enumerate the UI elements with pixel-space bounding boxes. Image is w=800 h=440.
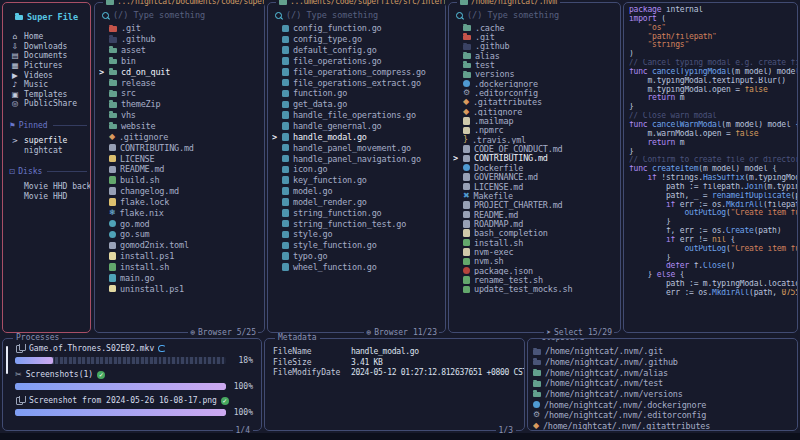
file-row[interactable]: file_operations.go xyxy=(272,56,442,67)
process-item[interactable]: Game.of.Thrones.S02E02.mkv18% xyxy=(15,344,253,365)
file-row[interactable]: >cd_on_quit xyxy=(99,66,261,77)
file-row[interactable]: function.go xyxy=(272,88,442,99)
file-row[interactable]: get_data.go xyxy=(272,99,442,110)
file-row[interactable]: .dockerignore xyxy=(453,79,617,88)
file-row[interactable]: wheel_function.go xyxy=(272,262,442,273)
file-row[interactable]: update_test_mocks.sh xyxy=(453,285,617,294)
file-row[interactable]: PROJECT_CHARTER.md xyxy=(453,201,617,210)
sidebar-item-documents[interactable]: ▤Documents xyxy=(3,51,90,61)
disk-item[interactable]: Movie HHD xyxy=(3,192,90,202)
file-row[interactable]: nvm-exec xyxy=(453,247,617,256)
file-row[interactable]: build.sh xyxy=(99,175,261,186)
file-row[interactable]: package.json xyxy=(453,266,617,275)
file-row[interactable]: src xyxy=(99,88,261,99)
file-row[interactable]: main.go xyxy=(99,272,261,283)
file-row[interactable]: .github xyxy=(99,34,261,45)
file-row[interactable]: }.travis.yml xyxy=(453,135,617,144)
file-row[interactable]: style.go xyxy=(272,229,442,240)
file-row[interactable]: ❄flake.nix xyxy=(99,207,261,218)
file-row[interactable]: vhs xyxy=(99,110,261,121)
file-row[interactable]: ⚙.editorconfig xyxy=(453,88,617,97)
file-row[interactable]: key_function.go xyxy=(272,175,442,186)
sidebar-item-pictures[interactable]: ▦Pictures xyxy=(3,61,90,71)
file-row[interactable]: GOVERNANCE.md xyxy=(453,173,617,182)
file-row[interactable]: model.go xyxy=(272,186,442,197)
file-row[interactable]: release xyxy=(99,77,261,88)
file-row[interactable]: alias xyxy=(453,51,617,60)
sidebar-item-publicshare[interactable]: ◎PublicShare xyxy=(3,99,90,109)
disk-item[interactable]: Movie HHD backu... xyxy=(3,182,90,192)
file-row[interactable]: themeZip xyxy=(99,99,261,110)
file-row[interactable]: .cache xyxy=(453,23,617,32)
sidebar-item-music[interactable]: ♪Music xyxy=(3,80,90,90)
file-row[interactable]: changelog.md xyxy=(99,186,261,197)
file-row[interactable]: model_render.go xyxy=(272,197,442,208)
file-row[interactable]: ◆.gitattributes xyxy=(453,98,617,107)
file-row[interactable]: README.md xyxy=(99,164,261,175)
file-row[interactable]: versions xyxy=(453,70,617,79)
pinned-item-nightcat[interactable]: nightcat xyxy=(3,145,90,155)
file-row[interactable]: .mailmap xyxy=(453,116,617,125)
file-row[interactable]: handle_file_operations.go xyxy=(272,110,442,121)
sidebar-item-downloads[interactable]: ⇩Downloads xyxy=(3,42,90,52)
file-row[interactable]: style_function.go xyxy=(272,240,442,251)
file-row[interactable]: go.sum xyxy=(99,229,261,240)
file-row[interactable]: LICENSE.md xyxy=(453,182,617,191)
file-row[interactable]: gomod2nix.toml xyxy=(99,240,261,251)
file-row[interactable]: file_operations_compress.go xyxy=(272,66,442,77)
file-row[interactable]: handle_genernal.go xyxy=(272,121,442,132)
file-row[interactable]: nvm.sh xyxy=(453,257,617,266)
file-row[interactable]: install.sh xyxy=(99,262,261,273)
file-name: test xyxy=(475,60,495,69)
code-line: } xyxy=(629,103,797,112)
file-row[interactable]: asset xyxy=(99,45,261,56)
file-row[interactable]: rename_test.sh xyxy=(453,275,617,284)
file-row[interactable]: .git xyxy=(453,32,617,41)
file-row[interactable]: handle_panel_navigation.go xyxy=(272,153,442,164)
file-row[interactable]: LICENSE xyxy=(99,153,261,164)
file-row[interactable]: ◆.gitignore xyxy=(453,107,617,116)
file-row[interactable]: >handle_modal.go xyxy=(272,131,442,142)
file-row[interactable]: .npmrc xyxy=(453,126,617,135)
file-row[interactable]: CODE_OF_CONDUCT.md xyxy=(453,144,617,153)
code-token: HasSuffix xyxy=(703,174,745,182)
file-row[interactable]: README.md xyxy=(453,210,617,219)
file-row[interactable]: ✖Makefile xyxy=(453,191,617,200)
file-row[interactable]: .git xyxy=(99,23,261,34)
file-row[interactable]: uninstall.ps1 xyxy=(99,283,261,294)
file-row[interactable]: icon.go xyxy=(272,164,442,175)
file-row[interactable]: default_config.go xyxy=(272,45,442,56)
file-row[interactable]: config_type.go xyxy=(272,34,442,45)
file-row[interactable]: ROADMAP.md xyxy=(453,219,617,228)
file-row[interactable]: install.sh xyxy=(453,238,617,247)
file-row[interactable]: config_function.go xyxy=(272,23,442,34)
sidebar-item-videos[interactable]: ▶Videos xyxy=(3,70,90,80)
sidebar-item-home[interactable]: ⌂Home xyxy=(3,32,90,42)
pinned-item-superfile[interactable]: >superfile xyxy=(3,136,90,146)
scrollbar[interactable] xyxy=(6,346,8,374)
file-row[interactable]: .github xyxy=(453,42,617,51)
file-row[interactable]: flake.lock xyxy=(99,197,261,208)
search-input[interactable]: (/) Type something xyxy=(102,10,258,20)
file-row[interactable]: test xyxy=(453,60,617,69)
file-row[interactable]: file_operations_extract.go xyxy=(272,77,442,88)
process-item[interactable]: ✂Screenshots(1)✓100% xyxy=(15,370,253,391)
file-row[interactable]: handle_panel_movement.go xyxy=(272,142,442,153)
sidebar-item-templates[interactable]: ▣Templates xyxy=(3,90,90,100)
file-row[interactable]: CONTRIBUTING.md xyxy=(99,142,261,153)
file-row[interactable]: bash_completion xyxy=(453,229,617,238)
file-row[interactable]: Dockerfile xyxy=(453,163,617,172)
process-item[interactable]: Screenshot from 2024-05-26 16-08-17.png✓… xyxy=(15,396,253,417)
file-row[interactable]: install.ps1 xyxy=(99,251,261,262)
search-input[interactable]: (/) Type something xyxy=(456,10,614,20)
search-input[interactable]: (/) Type something xyxy=(275,10,439,20)
file-row[interactable]: ◆.gitignore xyxy=(99,131,261,142)
progress-fill xyxy=(15,357,53,364)
file-row[interactable]: bin xyxy=(99,56,261,67)
file-row[interactable]: go.mod xyxy=(99,218,261,229)
file-row[interactable]: >CONTRIBUTING.md xyxy=(453,154,617,163)
file-row[interactable]: website xyxy=(99,121,261,132)
file-row[interactable]: string_function.go xyxy=(272,207,442,218)
file-row[interactable]: string_function_test.go xyxy=(272,218,442,229)
file-row[interactable]: typo.go xyxy=(272,251,442,262)
